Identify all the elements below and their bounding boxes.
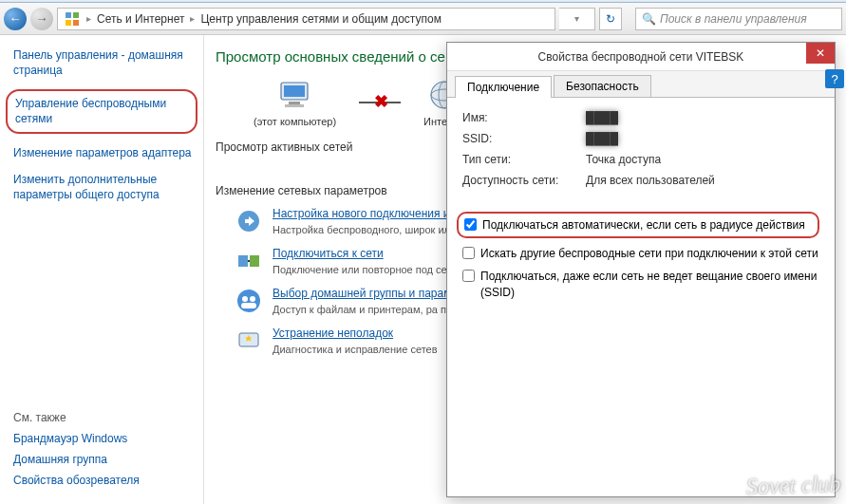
network-broken-icon: ✖ [374, 91, 388, 112]
checkbox-label: Искать другие беспроводные сети при подк… [480, 246, 818, 261]
checkbox-connect-hidden[interactable]: Подключаться, даже если сеть не ведет ве… [462, 269, 819, 299]
sidebar-link-adapter[interactable]: Изменение параметров адаптера [13, 145, 194, 160]
breadcrumb-separator: ▸ [86, 13, 91, 24]
breadcrumb[interactable]: ▸ Сеть и Интернет ▸ Центр управления сет… [57, 8, 555, 30]
back-button[interactable]: ← [4, 8, 27, 30]
svg-rect-5 [284, 85, 305, 97]
svg-rect-1 [73, 12, 79, 18]
field-type: Тип сети: Точка доступа [462, 153, 819, 166]
svg-rect-0 [66, 12, 71, 18]
sidebar-footer-link-homegroup[interactable]: Домашняя группа [13, 453, 194, 466]
task-link[interactable]: Настройка нового подключения и [273, 207, 450, 220]
field-ssid: SSID: ████ [462, 132, 819, 145]
field-label: SSID: [462, 132, 586, 145]
field-availability: Доступность сети: Для всех пользователей [462, 174, 819, 187]
breadcrumb-separator: ▸ [190, 13, 195, 24]
svg-rect-6 [289, 102, 300, 104]
svg-rect-13 [250, 255, 259, 267]
troubleshoot-icon [235, 327, 263, 355]
window-titlebar: _ ▢ ✕ [0, 0, 846, 3]
homegroup-icon [235, 287, 263, 315]
sidebar: Панель управления - домашняя страница Уп… [0, 35, 204, 504]
breadcrumb-dropdown[interactable]: ▾ [559, 8, 595, 30]
computer-icon [276, 78, 314, 112]
svg-point-16 [242, 296, 248, 302]
checkbox-label: Подключаться, даже если сеть не ведет ве… [480, 269, 819, 299]
svg-point-15 [237, 289, 260, 312]
forward-button[interactable]: → [30, 8, 53, 30]
see-also-heading: См. также [13, 411, 194, 424]
wireless-properties-dialog: Свойства беспроводной сети VITEBSK ✕ ? П… [446, 42, 836, 497]
breadcrumb-item[interactable]: Центр управления сетями и общим доступом [200, 12, 442, 26]
svg-rect-18 [241, 303, 256, 308]
dialog-title-text: Свойства беспроводной сети VITEBSK [538, 50, 744, 64]
dialog-title: Свойства беспроводной сети VITEBSK ✕ [447, 43, 835, 71]
sidebar-home-link[interactable]: Панель управления - домашняя страница [13, 48, 194, 78]
task-link[interactable]: Выбор домашней группы и парам [273, 287, 451, 300]
field-value: ████ [586, 111, 618, 124]
checkbox-auto-connect[interactable]: Подключаться автоматически, если сеть в … [457, 212, 819, 238]
field-name: Имя: ████ [462, 111, 819, 124]
refresh-button[interactable]: ↻ [599, 8, 622, 30]
task-desc: Диагностика и исправление сетев [273, 343, 438, 357]
sidebar-footer-link-internet-options[interactable]: Свойства обозревателя [13, 474, 194, 487]
sidebar-footer: См. также Брандмауэр Windows Домашняя гр… [13, 411, 194, 495]
tab-connection[interactable]: Подключение [455, 76, 552, 98]
node-label: (этот компьютер) [254, 116, 336, 127]
field-value: Точка доступа [586, 153, 661, 166]
checkbox-input[interactable] [464, 218, 477, 231]
task-link[interactable]: Подключиться к сети [273, 247, 384, 260]
field-value: ████ [586, 132, 618, 145]
dialog-body: Имя: ████ SSID: ████ Тип сети: Точка дос… [447, 98, 835, 321]
search-icon: 🔍 [642, 12, 656, 26]
control-panel-icon [64, 10, 81, 28]
field-label: Тип сети: [462, 153, 586, 166]
checkbox-label: Подключаться автоматически, если сеть в … [482, 217, 805, 233]
svg-rect-2 [66, 20, 71, 26]
breadcrumb-item[interactable]: Сеть и Интернет [97, 12, 184, 26]
svg-rect-3 [73, 20, 79, 26]
dialog-help-button[interactable]: ? [825, 69, 844, 88]
svg-rect-12 [238, 255, 248, 267]
connect-network-icon [235, 247, 263, 275]
sidebar-link-sharing[interactable]: Изменить дополнительные параметры общего… [13, 172, 194, 202]
search-placeholder: Поиск в панели управления [660, 12, 807, 26]
svg-rect-7 [285, 104, 304, 107]
navigation-bar: ← → ▸ Сеть и Интернет ▸ Центр управления… [0, 3, 846, 35]
tab-security[interactable]: Безопасность [554, 75, 651, 97]
sidebar-footer-link-firewall[interactable]: Брандмауэр Windows [13, 432, 194, 445]
network-node-computer: (этот компьютер) [254, 78, 336, 127]
svg-point-17 [250, 296, 255, 302]
network-line: ✖ [359, 102, 401, 103]
field-label: Имя: [462, 111, 586, 124]
field-value: Для всех пользователей [586, 174, 715, 187]
checkbox-input[interactable] [462, 247, 475, 259]
dialog-close-button[interactable]: ✕ [806, 43, 835, 64]
sidebar-link-wireless[interactable]: Управление беспроводными сетями [6, 89, 197, 133]
checkbox-input[interactable] [462, 270, 475, 282]
field-label: Доступность сети: [462, 174, 586, 187]
search-input[interactable]: 🔍 Поиск в панели управления [635, 8, 842, 30]
checkbox-search-other[interactable]: Искать другие беспроводные сети при подк… [462, 246, 819, 261]
task-link[interactable]: Устранение неполадок [273, 327, 393, 340]
dialog-tabs: Подключение Безопасность [447, 71, 835, 98]
new-connection-icon [235, 207, 263, 235]
